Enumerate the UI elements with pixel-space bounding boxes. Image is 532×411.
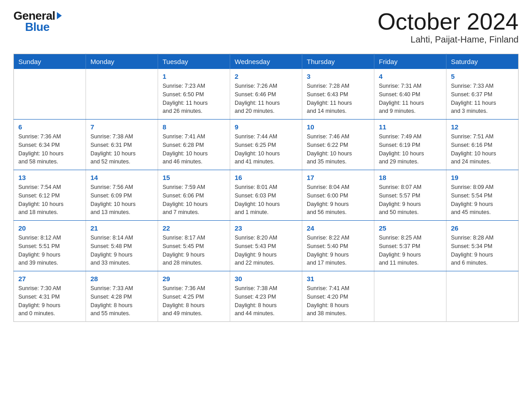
day-info: Sunrise: 7:41 AMSunset: 4:20 PMDaylight:… <box>307 284 369 318</box>
day-number: 22 <box>163 224 225 232</box>
column-header-friday: Friday <box>374 54 446 69</box>
calendar-cell: 1Sunrise: 7:23 AMSunset: 6:50 PMDaylight… <box>158 69 230 120</box>
calendar-week-row: 20Sunrise: 8:12 AMSunset: 5:51 PMDayligh… <box>14 221 519 271</box>
day-number: 11 <box>379 123 442 131</box>
calendar-table: SundayMondayTuesdayWednesdayThursdayFrid… <box>13 54 519 322</box>
day-info: Sunrise: 8:12 AMSunset: 5:51 PMDaylight:… <box>18 234 81 267</box>
calendar-cell: 24Sunrise: 8:22 AMSunset: 5:40 PMDayligh… <box>302 221 374 271</box>
day-number: 17 <box>307 174 369 181</box>
day-info: Sunrise: 8:04 AMSunset: 6:00 PMDaylight:… <box>307 183 369 217</box>
day-number: 18 <box>379 174 442 181</box>
day-number: 24 <box>307 224 369 232</box>
day-info: Sunrise: 7:49 AMSunset: 6:19 PMDaylight:… <box>379 133 442 166</box>
day-info: Sunrise: 8:25 AMSunset: 5:37 PMDaylight:… <box>379 234 442 267</box>
calendar-cell: 29Sunrise: 7:36 AMSunset: 4:25 PMDayligh… <box>158 271 230 322</box>
calendar-cell: 15Sunrise: 7:59 AMSunset: 6:06 PMDayligh… <box>158 170 230 221</box>
calendar-cell: 4Sunrise: 7:31 AMSunset: 6:40 PMDaylight… <box>374 69 446 120</box>
calendar-cell: 10Sunrise: 7:46 AMSunset: 6:22 PMDayligh… <box>302 120 374 170</box>
day-info: Sunrise: 7:33 AMSunset: 6:37 PMDaylight:… <box>451 82 514 116</box>
page-subtitle: Lahti, Paijat-Hame, Finland <box>378 34 519 45</box>
day-info: Sunrise: 7:51 AMSunset: 6:16 PMDaylight:… <box>451 133 514 166</box>
calendar-cell: 25Sunrise: 8:25 AMSunset: 5:37 PMDayligh… <box>374 221 446 271</box>
calendar-cell: 11Sunrise: 7:49 AMSunset: 6:19 PMDayligh… <box>374 120 446 170</box>
calendar-cell: 27Sunrise: 7:30 AMSunset: 4:31 PMDayligh… <box>14 271 86 322</box>
day-number: 30 <box>235 275 297 283</box>
day-info: Sunrise: 8:22 AMSunset: 5:40 PMDaylight:… <box>307 234 369 267</box>
day-number: 5 <box>451 73 514 80</box>
day-number: 19 <box>451 174 514 181</box>
day-info: Sunrise: 7:26 AMSunset: 6:46 PMDaylight:… <box>235 82 297 116</box>
logo: General Blue <box>13 9 62 34</box>
day-info: Sunrise: 8:09 AMSunset: 5:54 PMDaylight:… <box>451 183 514 217</box>
calendar-cell: 13Sunrise: 7:54 AMSunset: 6:12 PMDayligh… <box>14 170 86 221</box>
calendar-cell: 14Sunrise: 7:56 AMSunset: 6:09 PMDayligh… <box>86 170 158 221</box>
calendar-cell: 20Sunrise: 8:12 AMSunset: 5:51 PMDayligh… <box>14 221 86 271</box>
calendar-cell: 7Sunrise: 7:38 AMSunset: 6:31 PMDaylight… <box>86 120 158 170</box>
calendar-cell: 31Sunrise: 7:41 AMSunset: 4:20 PMDayligh… <box>302 271 374 322</box>
day-number: 8 <box>163 123 225 131</box>
page-title: October 2024 <box>378 9 519 34</box>
calendar-cell: 16Sunrise: 8:01 AMSunset: 6:03 PMDayligh… <box>230 170 302 221</box>
day-number: 27 <box>18 275 81 283</box>
day-info: Sunrise: 7:28 AMSunset: 6:43 PMDaylight:… <box>307 82 369 116</box>
day-info: Sunrise: 8:07 AMSunset: 5:57 PMDaylight:… <box>379 183 442 217</box>
day-info: Sunrise: 7:46 AMSunset: 6:22 PMDaylight:… <box>307 133 369 166</box>
day-number: 16 <box>235 174 297 181</box>
day-number: 4 <box>379 73 442 80</box>
day-number: 14 <box>90 174 153 181</box>
calendar-cell: 17Sunrise: 8:04 AMSunset: 6:00 PMDayligh… <box>302 170 374 221</box>
day-info: Sunrise: 7:36 AMSunset: 6:34 PMDaylight:… <box>18 133 81 166</box>
day-info: Sunrise: 7:41 AMSunset: 6:28 PMDaylight:… <box>163 133 225 166</box>
day-number: 20 <box>18 224 81 232</box>
day-number: 29 <box>163 275 225 283</box>
calendar-cell: 5Sunrise: 7:33 AMSunset: 6:37 PMDaylight… <box>446 69 519 120</box>
calendar-cell: 19Sunrise: 8:09 AMSunset: 5:54 PMDayligh… <box>446 170 519 221</box>
day-info: Sunrise: 7:33 AMSunset: 4:28 PMDaylight:… <box>90 284 153 318</box>
calendar-cell <box>14 69 86 120</box>
calendar-cell <box>374 271 446 322</box>
day-number: 12 <box>451 123 514 131</box>
calendar-header-row: SundayMondayTuesdayWednesdayThursdayFrid… <box>14 54 519 69</box>
day-info: Sunrise: 7:59 AMSunset: 6:06 PMDaylight:… <box>163 183 225 217</box>
calendar-cell: 3Sunrise: 7:28 AMSunset: 6:43 PMDaylight… <box>302 69 374 120</box>
column-header-tuesday: Tuesday <box>158 54 230 69</box>
calendar-cell: 26Sunrise: 8:28 AMSunset: 5:34 PMDayligh… <box>446 221 519 271</box>
calendar-cell: 6Sunrise: 7:36 AMSunset: 6:34 PMDaylight… <box>14 120 86 170</box>
column-header-thursday: Thursday <box>302 54 374 69</box>
calendar-cell: 9Sunrise: 7:44 AMSunset: 6:25 PMDaylight… <box>230 120 302 170</box>
calendar-cell: 8Sunrise: 7:41 AMSunset: 6:28 PMDaylight… <box>158 120 230 170</box>
calendar-cell: 2Sunrise: 7:26 AMSunset: 6:46 PMDaylight… <box>230 69 302 120</box>
day-info: Sunrise: 7:23 AMSunset: 6:50 PMDaylight:… <box>163 82 225 116</box>
calendar-cell: 12Sunrise: 7:51 AMSunset: 6:16 PMDayligh… <box>446 120 519 170</box>
day-number: 1 <box>163 73 225 80</box>
day-info: Sunrise: 7:31 AMSunset: 6:40 PMDaylight:… <box>379 82 442 116</box>
calendar-week-row: 27Sunrise: 7:30 AMSunset: 4:31 PMDayligh… <box>14 271 519 322</box>
day-info: Sunrise: 7:44 AMSunset: 6:25 PMDaylight:… <box>235 133 297 166</box>
title-block: October 2024 Lahti, Paijat-Hame, Finland <box>378 9 519 45</box>
day-number: 26 <box>451 224 514 232</box>
column-header-wednesday: Wednesday <box>230 54 302 69</box>
day-info: Sunrise: 8:17 AMSunset: 5:45 PMDaylight:… <box>163 234 225 267</box>
calendar-week-row: 13Sunrise: 7:54 AMSunset: 6:12 PMDayligh… <box>14 170 519 221</box>
day-number: 2 <box>235 73 297 80</box>
calendar-cell <box>446 271 519 322</box>
day-number: 9 <box>235 123 297 131</box>
day-number: 23 <box>235 224 297 232</box>
day-info: Sunrise: 8:28 AMSunset: 5:34 PMDaylight:… <box>451 234 514 267</box>
logo-triangle-icon <box>57 12 62 19</box>
day-number: 6 <box>18 123 81 131</box>
calendar-week-row: 6Sunrise: 7:36 AMSunset: 6:34 PMDaylight… <box>14 120 519 170</box>
calendar-cell: 23Sunrise: 8:20 AMSunset: 5:43 PMDayligh… <box>230 221 302 271</box>
day-number: 15 <box>163 174 225 181</box>
day-number: 25 <box>379 224 442 232</box>
calendar-cell: 22Sunrise: 8:17 AMSunset: 5:45 PMDayligh… <box>158 221 230 271</box>
page-header: General Blue October 2024 Lahti, Paijat-… <box>13 9 519 45</box>
calendar-cell: 28Sunrise: 7:33 AMSunset: 4:28 PMDayligh… <box>86 271 158 322</box>
day-number: 3 <box>307 73 369 80</box>
calendar-week-row: 1Sunrise: 7:23 AMSunset: 6:50 PMDaylight… <box>14 69 519 120</box>
day-info: Sunrise: 8:14 AMSunset: 5:48 PMDaylight:… <box>90 234 153 267</box>
column-header-monday: Monday <box>86 54 158 69</box>
calendar-cell: 18Sunrise: 8:07 AMSunset: 5:57 PMDayligh… <box>374 170 446 221</box>
day-number: 21 <box>90 224 153 232</box>
day-info: Sunrise: 7:36 AMSunset: 4:25 PMDaylight:… <box>163 284 225 318</box>
